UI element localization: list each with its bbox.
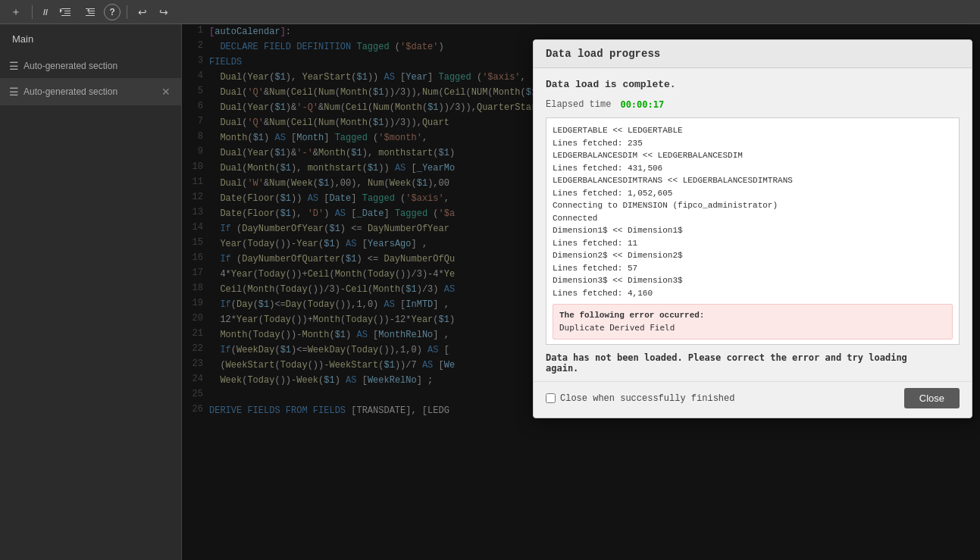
editor-area[interactable]: 1 [autoCalendar]: 2 DECLARE FIELD DEFINI… (182, 24, 980, 560)
sidebar-section-label-1: Auto-generated section (23, 61, 172, 71)
elapsed-label: Elapsed time (546, 99, 611, 110)
menu-icon: ☰ (9, 60, 19, 72)
add-button[interactable]: ＋ (6, 2, 26, 22)
sidebar-section-label-2: Auto-generated section (23, 86, 160, 97)
help-button[interactable]: ? (104, 4, 121, 20)
sidebar-item-main[interactable]: Main (0, 24, 181, 54)
error-block-1: The following error occurred: Duplicate … (553, 304, 953, 339)
indent-button[interactable] (55, 3, 77, 21)
redo-button[interactable]: ↪ (155, 3, 173, 21)
elapsed-value: 00:00:17 (620, 99, 664, 110)
close-on-success-label[interactable]: Close when successfully finished (546, 393, 734, 404)
toolbar-separator-2 (127, 5, 127, 19)
log-line: Connected (553, 212, 953, 225)
comment-button[interactable]: // (39, 5, 52, 20)
sidebar-item-auto-section-1[interactable]: ☰ Auto-generated section (0, 54, 181, 78)
modal-footer-message: Data has not been loaded. Please correct… (534, 345, 972, 378)
undo-button[interactable]: ↩ (133, 3, 152, 21)
modal-footer: Close when successfully finished Close (534, 381, 972, 418)
log-line: Lines fetched: 235 (553, 137, 953, 150)
outdent-button[interactable] (80, 3, 101, 21)
modal-subtitle: Data load is complete. (534, 68, 972, 96)
modal-elapsed: Elapsed time 00:00:17 (534, 96, 972, 117)
main-layout: Main ☰ Auto-generated section ☰ Auto-gen… (0, 24, 980, 560)
log-line: Dimension1$ << Dimension1$ (553, 224, 953, 237)
log-line: Connecting to DIMENSION (fipco_administr… (553, 199, 953, 212)
toolbar-separator-1 (32, 5, 33, 19)
log-line: Lines fetched: 57 (553, 262, 953, 275)
modal-overlay: Data load progress Data load is complete… (182, 24, 980, 560)
sidebar-item-auto-section-2[interactable]: ☰ Auto-generated section ✕ (0, 78, 181, 105)
log-line: LEDGERBALANCESDIM << LEDGERBALANCESDIM (553, 149, 953, 162)
log-line: Dimension2$ << Dimension2$ (553, 249, 953, 262)
error-title-1: The following error occurred: (559, 309, 946, 322)
log-line: Lines fetched: 431,506 (553, 162, 953, 175)
toolbar: ＋ // ? ↩ ↪ (0, 0, 980, 24)
error-detail-1: Duplicate Derived Field (559, 322, 946, 335)
close-on-success-text: Close when successfully finished (560, 393, 734, 404)
modal-title: Data load progress (534, 40, 972, 68)
menu-icon-2: ☰ (9, 86, 19, 98)
sidebar: Main ☰ Auto-generated section ☰ Auto-gen… (0, 24, 182, 560)
modal-close-button[interactable]: Close (904, 388, 960, 408)
section-close-button[interactable]: ✕ (160, 84, 172, 99)
log-line: Lines fetched: 1,052,605 (553, 187, 953, 200)
modal-log[interactable]: LEDGERTABLE << LEDGERTABLE Lines fetched… (546, 117, 960, 345)
data-load-progress-modal: Data load progress Data load is complete… (533, 39, 972, 418)
log-line: LEDGERTABLE << LEDGERTABLE (553, 124, 953, 137)
log-line: Dimension3$ << Dimension3$ (553, 274, 953, 287)
close-on-success-checkbox[interactable] (546, 393, 556, 403)
log-line: LEDGERBALANCESDIMTRANS << LEDGERBALANCES… (553, 174, 953, 187)
log-line: Lines fetched: 4,160 (553, 287, 953, 300)
log-line: Lines fetched: 11 (553, 237, 953, 250)
